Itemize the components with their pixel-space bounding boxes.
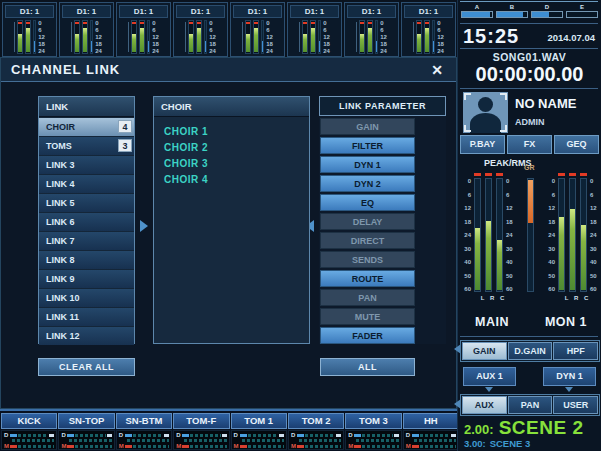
- clear-all-button[interactable]: CLEAR ALL: [38, 358, 135, 376]
- top-channel[interactable]: D1: 106121824: [401, 2, 456, 57]
- link-list-item[interactable]: LINK 4: [39, 175, 134, 193]
- bottom-channel[interactable]: TOM-FDM: [173, 413, 229, 450]
- pan-button[interactable]: PAN: [508, 396, 553, 414]
- level-meter: [496, 178, 503, 292]
- top-channel[interactable]: D1: 106121824: [2, 2, 57, 57]
- current-scene[interactable]: 2.00: SCENE 2: [464, 417, 583, 439]
- top-channel-meter: 06121824: [402, 20, 455, 54]
- bottom-channel[interactable]: HHDM: [403, 413, 459, 450]
- param-button-dyn-2[interactable]: DYN 2: [320, 175, 415, 192]
- gain-button[interactable]: GAIN: [462, 342, 507, 360]
- linked-channel-item[interactable]: CHOIR 3: [164, 156, 309, 172]
- memory-slot-b: B: [496, 4, 528, 21]
- meter-scale: 06121824: [266, 20, 273, 54]
- link-list-item[interactable]: LINK 8: [39, 251, 134, 269]
- linked-channel-item[interactable]: CHOIR 4: [164, 172, 309, 188]
- param-button-dyn-1[interactable]: DYN 1: [320, 156, 415, 173]
- param-button-fader[interactable]: FADER: [320, 327, 415, 344]
- fx-button[interactable]: FX: [507, 135, 552, 154]
- link-list-item[interactable]: LINK 6: [39, 213, 134, 231]
- user-button[interactable]: USER: [553, 396, 598, 414]
- bottom-channel[interactable]: SN-TOPDM: [58, 413, 114, 450]
- memory-slot-fill: [462, 12, 490, 17]
- link-list-item[interactable]: LINK 3: [39, 156, 134, 174]
- meter-grid: [248, 434, 278, 437]
- dyn-1-button[interactable]: DYN 1: [543, 367, 596, 386]
- scale-tick: 18: [462, 219, 471, 225]
- all-button[interactable]: ALL: [320, 358, 415, 376]
- param-button-gain[interactable]: GAIN: [320, 118, 415, 135]
- param-button-direct[interactable]: DIRECT: [320, 232, 415, 249]
- param-button-route[interactable]: ROUTE: [320, 270, 415, 287]
- memory-slot-fill: [532, 12, 549, 17]
- link-list-item[interactable]: LINK 12: [39, 327, 134, 345]
- aux-1-button[interactable]: AUX 1: [463, 367, 516, 386]
- level-meter: [302, 20, 308, 54]
- bottom-channel[interactable]: TOM 1DM: [231, 413, 287, 450]
- linked-channel-item[interactable]: CHOIR 1: [164, 124, 309, 140]
- next-scene[interactable]: 3.00: SCENE 3: [464, 438, 530, 449]
- meter-fill: [417, 34, 421, 52]
- scale-tick: 0: [590, 178, 599, 184]
- d-gain-button[interactable]: D.GAIN: [508, 342, 553, 360]
- meter-fill: [376, 41, 377, 52]
- hpf-button[interactable]: HPF: [553, 342, 598, 360]
- meter-grid: [127, 439, 169, 442]
- mute-indicator: [182, 445, 189, 448]
- level-meter: [139, 20, 145, 54]
- meter-bracket: [413, 22, 414, 52]
- pbay-button[interactable]: P.BAY: [460, 135, 505, 154]
- link-list-item[interactable]: LINK 11: [39, 308, 134, 326]
- top-channel[interactable]: D1: 106121824: [230, 2, 285, 57]
- meter-grid: [190, 445, 226, 448]
- clip-indicator: [140, 22, 144, 24]
- param-button-filter[interactable]: FILTER: [320, 137, 415, 154]
- bottom-channel[interactable]: TOM 2DM: [288, 413, 344, 450]
- top-channel[interactable]: D1: 106121824: [173, 2, 228, 57]
- main-meter-label: MAIN: [460, 315, 524, 329]
- gate-meter: [33, 20, 36, 54]
- top-channel[interactable]: D1: 106121824: [344, 2, 399, 57]
- link-name: LINK 7: [46, 232, 134, 250]
- link-list-item[interactable]: LINK 9: [39, 270, 134, 288]
- link-name: LINK 3: [46, 156, 134, 174]
- mute-label: M: [176, 444, 181, 448]
- mute-row: M: [119, 444, 169, 448]
- link-list-item[interactable]: LINK 10: [39, 289, 134, 307]
- mute-indicator: [67, 445, 74, 448]
- scale-tick: 6: [437, 27, 444, 33]
- geq-button[interactable]: GEQ: [554, 135, 599, 154]
- param-button-delay[interactable]: DELAY: [320, 213, 415, 230]
- meter-scale: 06121824: [152, 20, 159, 54]
- close-icon[interactable]: ✕: [428, 61, 446, 79]
- scene-name: SCENE 3: [490, 438, 531, 449]
- link-count-badge: 4: [118, 120, 132, 133]
- meter-fill: [148, 41, 149, 52]
- top-channel[interactable]: D1: 106121824: [116, 2, 171, 57]
- param-button-sends[interactable]: SENDS: [320, 251, 415, 268]
- top-channel[interactable]: D1: 106121824: [287, 2, 342, 57]
- meter-fill: [189, 34, 193, 52]
- bottom-channel[interactable]: TOM 3DM: [345, 413, 401, 450]
- bottom-channel[interactable]: KICKDM: [1, 413, 57, 450]
- level-meter: [245, 20, 251, 54]
- meter-fill: [360, 34, 364, 52]
- memory-slot-label: D: [531, 4, 563, 11]
- param-button-eq[interactable]: EQ: [320, 194, 415, 211]
- linked-channel-item[interactable]: CHOIR 2: [164, 140, 309, 156]
- top-channel[interactable]: D1: 106121824: [59, 2, 114, 57]
- meter-row: [119, 439, 169, 443]
- aux-button[interactable]: AUX: [462, 396, 507, 414]
- direct-indicator: [10, 434, 17, 437]
- link-list-item[interactable]: LINK 5: [39, 194, 134, 212]
- link-list-item[interactable]: LINK 7: [39, 232, 134, 250]
- bottom-channel[interactable]: SN-BTMDM: [116, 413, 172, 450]
- param-button-pan[interactable]: PAN: [320, 289, 415, 306]
- top-channel-meter: 06121824: [345, 20, 398, 54]
- gate-meter: [432, 20, 435, 54]
- link-list-item[interactable]: CHOIR4: [39, 118, 134, 136]
- param-button-mute[interactable]: MUTE: [320, 308, 415, 325]
- mute-row: M: [348, 444, 398, 448]
- link-list-item[interactable]: TOMS3: [39, 137, 134, 155]
- meter-scale: 0612182430405060: [590, 178, 599, 292]
